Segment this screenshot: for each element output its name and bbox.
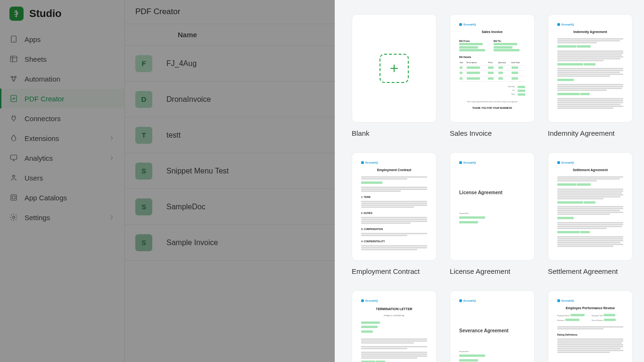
template-card[interactable]: DronaHQSeverance AgreementPrepared For (450, 290, 535, 362)
plus-icon (380, 54, 409, 83)
template-drawer: BlankDronaHQSales InvoiceBill From:Bill … (335, 0, 644, 362)
template-label: Indemnity Agreement (548, 129, 633, 137)
template-card[interactable]: DronaHQIndemnity Agreement (548, 14, 633, 123)
template-card[interactable]: DronaHQLicense AgreementPrepared For (450, 152, 535, 261)
template-label: License Agreement (450, 267, 535, 275)
template-label: Employment Contract (352, 267, 437, 275)
template-item: DronaHQSales InvoiceBill From:Bill To:Bi… (450, 14, 535, 137)
template-label: Blank (352, 129, 437, 137)
template-card[interactable]: DronaHQEmployee Performance ReviewEmploy… (548, 290, 633, 362)
template-label: Sales Invoice (450, 129, 535, 137)
template-card[interactable]: DronaHQSales InvoiceBill From:Bill To:Bi… (450, 14, 535, 123)
template-item: DronaHQTERMINATION LETTERPRIVATE & CONFI… (352, 290, 437, 362)
template-item: DronaHQEmployee Performance ReviewEmploy… (548, 290, 633, 362)
template-item: DronaHQSeverance AgreementPrepared For (450, 290, 535, 362)
template-card[interactable]: DronaHQSettlement Agreement (548, 152, 633, 261)
template-item: DronaHQSettlement Agreement Settlement A… (548, 152, 633, 275)
template-item: DronaHQEmployment Contract1. TERM2. DUTI… (352, 152, 437, 275)
template-card[interactable]: DronaHQEmployment Contract1. TERM2. DUTI… (352, 152, 437, 261)
template-card-blank[interactable] (352, 14, 437, 123)
template-label: Settlement Agreement (548, 267, 633, 275)
template-item: Blank (352, 14, 437, 137)
template-item: DronaHQLicense AgreementPrepared ForLice… (450, 152, 535, 275)
template-item: DronaHQIndemnity Agreement Indemnity Agr… (548, 14, 633, 137)
template-card[interactable]: DronaHQTERMINATION LETTERPRIVATE & CONFI… (352, 290, 437, 362)
